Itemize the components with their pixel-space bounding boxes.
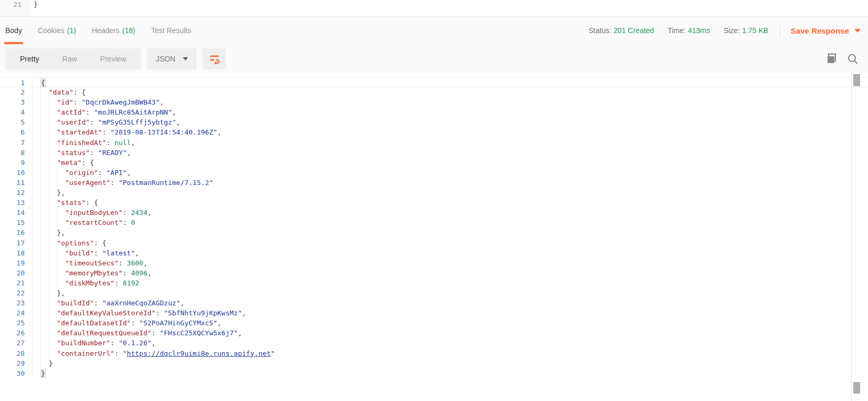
time-badge: Time:413ms bbox=[668, 26, 710, 35]
language-select-value: JSON bbox=[156, 55, 175, 63]
line-number: 15 bbox=[0, 218, 33, 228]
line-number: 4 bbox=[0, 107, 33, 117]
line-number: 30 bbox=[0, 368, 33, 378]
scrollbar-thumb[interactable] bbox=[853, 382, 860, 394]
code-line: 29} bbox=[0, 358, 868, 368]
tab-cookies[interactable]: Cookies (1) bbox=[38, 17, 76, 44]
line-number: 17 bbox=[0, 238, 33, 248]
scrollbar-thumb[interactable] bbox=[853, 74, 860, 86]
postman-response-panel: 21 } Body Cookies (1) Headers (18) Test … bbox=[0, 0, 868, 401]
code-line: 28"containerUrl": "https://dqclr9uimi8e.… bbox=[0, 348, 868, 358]
tab-headers-count: (18) bbox=[122, 26, 136, 35]
line-number: 7 bbox=[0, 138, 33, 148]
response-meta: Status:201 Created Time:413ms Size:1.75 … bbox=[575, 23, 861, 38]
code-line: 15"restartCount": 0 bbox=[0, 218, 868, 228]
line-number: 5 bbox=[0, 117, 33, 127]
line-number: 26 bbox=[0, 328, 33, 338]
code-line: 17"options": { bbox=[0, 238, 868, 248]
code-line: 22}, bbox=[0, 288, 868, 298]
line-number: 23 bbox=[0, 298, 33, 308]
line-number: 14 bbox=[0, 208, 33, 218]
vertical-divider bbox=[780, 23, 780, 38]
response-tabs: Body Cookies (1) Headers (18) Test Resul… bbox=[5, 17, 207, 44]
copy-icon bbox=[826, 53, 838, 65]
response-toolbar: Pretty Raw Preview JSON bbox=[0, 44, 868, 74]
line-number: 22 bbox=[0, 288, 33, 298]
code-line: 9"meta": { bbox=[0, 158, 868, 168]
language-select[interactable]: JSON bbox=[147, 48, 196, 69]
line-number: 28 bbox=[0, 348, 33, 358]
code-line: 7"finishedAt": null, bbox=[0, 138, 868, 148]
tab-cookies-count: (1) bbox=[67, 26, 76, 35]
preview-button[interactable]: Preview bbox=[89, 48, 138, 69]
code-line: 26"defaultRequestQueueId": "FHscC25XQCYw… bbox=[0, 328, 868, 338]
code-line: 30} bbox=[0, 368, 868, 378]
view-controls: Pretty Raw Preview JSON bbox=[5, 48, 226, 69]
line-number: 20 bbox=[0, 268, 33, 278]
code-line: 16}, bbox=[0, 228, 868, 238]
tab-test-results[interactable]: Test Results bbox=[151, 17, 191, 44]
view-mode-group: Pretty Raw Preview bbox=[5, 48, 141, 69]
line-number: 12 bbox=[0, 188, 33, 198]
code-line: 8"status": "READY", bbox=[0, 148, 868, 158]
code-line: 13"stats": { bbox=[0, 198, 868, 208]
save-response-button[interactable]: Save Response bbox=[791, 26, 861, 35]
request-editor-strip: 21 } bbox=[0, 0, 868, 17]
chevron-down-icon bbox=[183, 57, 188, 60]
code-line: 14"inputBodyLen": 2434, bbox=[0, 208, 868, 218]
line-number: 9 bbox=[0, 158, 33, 168]
wrap-lines-button[interactable] bbox=[203, 48, 226, 69]
line-number: 2 bbox=[0, 87, 33, 97]
time-value: 413ms bbox=[688, 26, 710, 35]
copy-button[interactable] bbox=[826, 53, 838, 65]
code-line: 12}, bbox=[0, 188, 868, 198]
line-number: 18 bbox=[0, 248, 33, 258]
tab-cookies-label: Cookies bbox=[38, 26, 65, 35]
code-line: 21"diskMbytes": 8192 bbox=[0, 278, 868, 288]
tab-body[interactable]: Body bbox=[5, 17, 22, 44]
line-number: 11 bbox=[0, 178, 33, 188]
code-line: 4"actId": "moJRLRc85AitArpNN", bbox=[0, 107, 868, 117]
save-response-label: Save Response bbox=[791, 26, 849, 35]
chevron-down-icon bbox=[854, 29, 861, 33]
line-number: 24 bbox=[0, 308, 33, 318]
container-url-link[interactable]: https://dqclr9uimi8e.runs.apify.net bbox=[127, 349, 271, 357]
response-tab-bar: Body Cookies (1) Headers (18) Test Resul… bbox=[0, 17, 868, 44]
code-line: 23"buildId": "aaXrnHeCqoZAGDzuz", bbox=[0, 298, 868, 308]
request-editor-line-number: 21 bbox=[0, 0, 29, 16]
code-line: 11"userAgent": "PostmanRuntime/7.15.2" bbox=[0, 178, 868, 188]
line-number: 29 bbox=[0, 358, 33, 368]
line-number: 13 bbox=[0, 198, 33, 208]
code-line: 20"memoryMbytes": 4096, bbox=[0, 268, 868, 278]
wrap-lines-icon bbox=[208, 53, 221, 65]
code-line: 27"buildNumber": "0.1.26", bbox=[0, 338, 868, 348]
code-line: 5"userId": "mPSyG35Lffj5ybtgz", bbox=[0, 117, 868, 127]
code-line: 6"startedAt": "2019-08-13T14:54:40.196Z"… bbox=[0, 127, 868, 137]
size-badge: Size:1.75 KB bbox=[724, 26, 768, 35]
line-number: 3 bbox=[0, 97, 33, 107]
code-line: 18"build": "latest", bbox=[0, 248, 868, 258]
raw-button[interactable]: Raw bbox=[51, 48, 89, 69]
code-line: 10"origin": "API", bbox=[0, 168, 868, 178]
code-line: 24"defaultKeyValueStoreId": "SbfNhtYu9jK… bbox=[0, 308, 868, 318]
status-label: Status: bbox=[588, 26, 612, 35]
pretty-button[interactable]: Pretty bbox=[8, 48, 51, 69]
tab-headers[interactable]: Headers (18) bbox=[92, 17, 136, 44]
search-button[interactable] bbox=[847, 53, 859, 65]
toolbar-right-icons bbox=[817, 53, 859, 65]
line-number: 21 bbox=[0, 278, 33, 288]
size-value: 1.75 KB bbox=[742, 26, 768, 35]
request-editor-code[interactable]: } bbox=[29, 0, 38, 16]
response-body-viewer[interactable]: 1{2"data": {3"id": "DqcrDkAwegJmBWB43",4… bbox=[0, 74, 868, 401]
vertical-scrollbar[interactable] bbox=[851, 74, 862, 401]
time-label: Time: bbox=[668, 26, 686, 35]
code-line: 25"defaultDatasetId": "S2PoA7HinGyCYMxc5… bbox=[0, 318, 868, 328]
code-lines: 1{2"data": {3"id": "DqcrDkAwegJmBWB43",4… bbox=[0, 77, 868, 378]
line-number: 19 bbox=[0, 258, 33, 268]
status-value: 201 Created bbox=[614, 26, 654, 35]
search-icon bbox=[847, 53, 859, 65]
tab-body-label: Body bbox=[5, 26, 22, 35]
code-line: 1{ bbox=[0, 77, 868, 87]
code-line: 19"timeoutSecs": 3600, bbox=[0, 258, 868, 268]
line-number: 8 bbox=[0, 148, 33, 158]
